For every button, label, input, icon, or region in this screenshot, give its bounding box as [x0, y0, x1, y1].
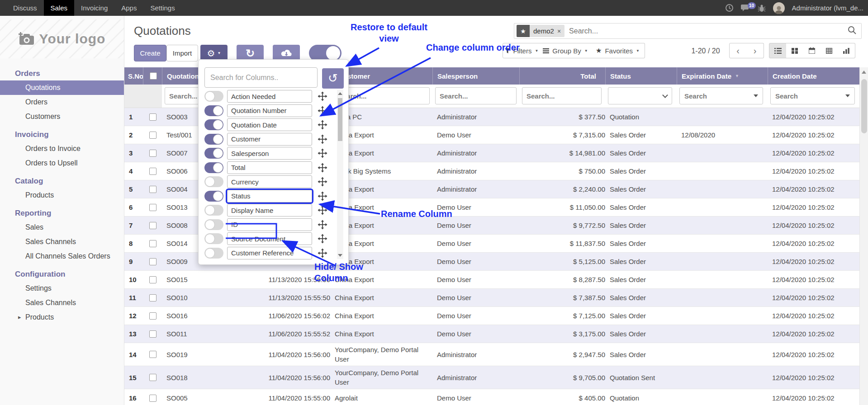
- row-checkbox[interactable]: [149, 186, 157, 193]
- column-name-input[interactable]: [227, 190, 312, 202]
- column-visibility-toggle[interactable]: [204, 91, 223, 102]
- drag-handle-icon[interactable]: [318, 205, 327, 215]
- sidebar-item[interactable]: Quotations: [0, 80, 124, 95]
- row-checkbox[interactable]: [149, 222, 157, 229]
- table-row[interactable]: 12 SO016 11/06/2020 15:56:02 China Expor…: [124, 307, 859, 325]
- total-filter-input[interactable]: [522, 87, 602, 104]
- row-checkbox[interactable]: [149, 132, 157, 139]
- top-menu-item[interactable]: Sales: [44, 0, 75, 16]
- row-checkbox[interactable]: [149, 312, 157, 320]
- row-checkbox[interactable]: [149, 240, 157, 247]
- column-header-status[interactable]: Status: [605, 67, 677, 85]
- sidebar-item[interactable]: Sales Channels: [0, 235, 124, 249]
- drag-handle-icon[interactable]: [318, 148, 327, 158]
- column-visibility-toggle[interactable]: [204, 205, 223, 216]
- sidebar-item[interactable]: ▸ Products: [0, 310, 124, 325]
- column-name-input[interactable]: [227, 218, 312, 231]
- column-name-input[interactable]: [227, 232, 312, 245]
- favorites-button[interactable]: ★ Favorites ▼: [591, 43, 645, 58]
- view-switch-kanban-button[interactable]: [786, 43, 804, 58]
- drag-handle-icon[interactable]: [318, 191, 327, 201]
- pager-previous-button[interactable]: ‹: [729, 43, 747, 58]
- column-visibility-toggle[interactable]: [204, 191, 223, 202]
- column-visibility-toggle[interactable]: [204, 148, 223, 159]
- column-name-input[interactable]: [227, 104, 312, 117]
- column-name-input[interactable]: [227, 247, 312, 259]
- pager-next-button[interactable]: ›: [746, 43, 764, 58]
- sidebar-item[interactable]: Orders to Upsell: [0, 156, 124, 170]
- row-checkbox[interactable]: [149, 395, 157, 402]
- sidebar-item[interactable]: Sales Channels: [0, 296, 124, 310]
- row-checkbox[interactable]: [149, 374, 157, 381]
- sidebar-item[interactable]: Sales: [0, 220, 124, 235]
- drag-handle-icon[interactable]: [318, 248, 327, 258]
- scroll-up-arrow-icon[interactable]: [338, 92, 342, 95]
- row-checkbox[interactable]: [149, 351, 157, 358]
- panel-scrollbar[interactable]: [337, 90, 343, 259]
- column-visibility-toggle[interactable]: [204, 119, 223, 130]
- status-filter-select[interactable]: [608, 87, 672, 104]
- restore-default-view-button[interactable]: ↺: [322, 68, 344, 89]
- facet-remove-icon[interactable]: ×: [557, 28, 561, 35]
- user-menu[interactable]: Administrator (lvm_de...: [792, 4, 863, 12]
- row-checkbox[interactable]: [149, 204, 157, 211]
- table-row[interactable]: 11 SO010 11/13/2020 15:55:50 China Expor…: [124, 289, 859, 307]
- expiration-filter-combo[interactable]: Search: [679, 87, 763, 104]
- scroll-down-arrow-icon[interactable]: [338, 254, 342, 257]
- column-visibility-toggle[interactable]: [204, 219, 223, 230]
- column-header-salesperson[interactable]: Salesperson: [432, 67, 519, 85]
- creation-filter-combo[interactable]: Search: [770, 87, 855, 104]
- sidebar-item[interactable]: Orders: [0, 95, 124, 109]
- drag-handle-icon[interactable]: [318, 163, 327, 173]
- table-row[interactable]: 10 SO015 11/13/2020 15:56:00 China Expor…: [124, 271, 859, 289]
- company-logo[interactable]: Your logo: [0, 19, 124, 58]
- column-header-creation-date[interactable]: Creation Date: [768, 67, 859, 85]
- sidebar-item[interactable]: All Channels Sales Orders: [0, 249, 124, 264]
- column-search-input[interactable]: [204, 67, 318, 88]
- column-visibility-toggle[interactable]: [204, 176, 223, 187]
- column-name-input[interactable]: [227, 175, 312, 188]
- row-checkbox[interactable]: [149, 113, 157, 121]
- table-row[interactable]: 13 SO011 11/06/2020 15:55:52 China Expor…: [124, 325, 859, 343]
- group-by-button[interactable]: Group By ▼: [540, 43, 591, 58]
- column-visibility-toggle[interactable]: [204, 248, 223, 259]
- import-button[interactable]: Import: [166, 45, 198, 61]
- drag-handle-icon[interactable]: [318, 120, 327, 130]
- row-checkbox[interactable]: [149, 294, 157, 301]
- row-checkbox[interactable]: [149, 150, 157, 157]
- column-visibility-toggle[interactable]: [204, 134, 223, 145]
- create-button[interactable]: Create: [134, 45, 166, 61]
- view-switch-pivot-button[interactable]: [821, 43, 838, 58]
- top-menu-item[interactable]: Discuss: [6, 0, 44, 16]
- table-row[interactable]: 15 SO018 11/04/2020 15:56:00 YourCompany…: [124, 366, 859, 389]
- scroll-up-arrow-icon[interactable]: [862, 71, 866, 74]
- table-row[interactable]: 14 SO019 11/04/2020 15:56:00 YourCompany…: [124, 343, 859, 366]
- column-name-input[interactable]: [227, 147, 312, 160]
- row-checkbox[interactable]: [149, 330, 157, 338]
- drag-handle-icon[interactable]: [318, 220, 327, 230]
- drag-handle-icon[interactable]: [318, 106, 327, 116]
- search-bar[interactable]: ★ demo2 ×: [514, 23, 862, 39]
- search-input[interactable]: [569, 27, 848, 35]
- view-switch-graph-button[interactable]: [838, 43, 855, 58]
- select-all-checkbox[interactable]: [150, 72, 157, 80]
- column-visibility-toggle[interactable]: [204, 233, 223, 244]
- messages-icon[interactable]: 10: [741, 4, 750, 12]
- column-header-sno[interactable]: S.No: [124, 67, 143, 85]
- sidebar-item[interactable]: Orders to Invoice: [0, 141, 124, 156]
- sidebar-item[interactable]: Customers: [0, 109, 124, 124]
- column-name-input[interactable]: [227, 90, 312, 103]
- drag-handle-icon[interactable]: [318, 234, 327, 244]
- search-magnifier-icon[interactable]: [848, 26, 857, 37]
- row-checkbox[interactable]: [149, 168, 157, 175]
- salesperson-filter-input[interactable]: [435, 87, 517, 104]
- sidebar-item[interactable]: Settings: [0, 281, 124, 296]
- drag-handle-icon[interactable]: [318, 177, 327, 187]
- column-visibility-toggle[interactable]: [204, 162, 223, 173]
- activities-clock-icon[interactable]: [725, 4, 734, 12]
- view-switch-calendar-button[interactable]: [803, 43, 821, 58]
- column-visibility-toggle[interactable]: [204, 105, 223, 116]
- column-name-input[interactable]: [227, 133, 312, 146]
- top-menu-item[interactable]: Settings: [143, 0, 181, 16]
- view-switch-list-button[interactable]: [769, 43, 787, 58]
